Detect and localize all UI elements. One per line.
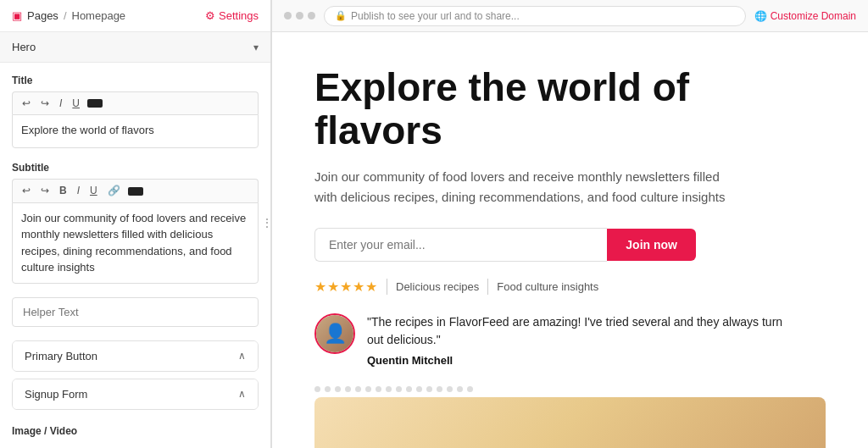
breadcrumb: ▣ Pages / Homepage xyxy=(12,9,125,22)
chevron-down-icon: ▾ xyxy=(253,41,259,53)
settings-icon: ⚙ xyxy=(205,9,215,22)
panel-content: Title ↩ ↪ I U Explore the world of flavo… xyxy=(0,63,270,448)
testimonial-quote: "The recipes in FlavorFeed are amazing! … xyxy=(367,315,782,346)
avatar: 👤 xyxy=(314,313,355,354)
globe-icon: 🌐 xyxy=(754,10,767,22)
subtitle-redo-button[interactable]: ↪ xyxy=(38,184,52,197)
subtitle-underline-button[interactable]: U xyxy=(87,184,100,197)
dot-2 xyxy=(325,386,331,392)
browser-dot-1 xyxy=(284,12,292,19)
signup-form-label: Signup Form xyxy=(25,388,87,401)
subtitle-label: Subtitle xyxy=(12,162,259,174)
browser-bar: 🔒 Publish to see your url and to share..… xyxy=(272,0,868,32)
dot-5 xyxy=(355,386,361,392)
title-field-group: Title ↩ ↪ I U Explore the world of flavo… xyxy=(12,75,259,148)
browser-dot-3 xyxy=(308,12,315,19)
signup-form-section: Signup Form ∧ xyxy=(12,379,259,410)
browser-dot-2 xyxy=(296,12,303,19)
preview-title: Explore the world of flavors xyxy=(314,66,738,152)
breadcrumb-separator: / xyxy=(64,9,67,22)
dot-16 xyxy=(467,386,473,392)
customize-domain-button[interactable]: 🌐 Customize Domain xyxy=(754,10,856,22)
join-now-button[interactable]: Join now xyxy=(607,229,696,261)
helper-text-field xyxy=(12,297,259,327)
settings-label: Settings xyxy=(219,9,259,22)
dot-13 xyxy=(437,386,442,392)
more-options-icon[interactable]: ⋮ xyxy=(261,216,270,230)
signup-form-chevron: ∧ xyxy=(238,388,246,400)
dot-14 xyxy=(447,386,453,392)
hero-selector[interactable]: Hero ▾ xyxy=(0,32,270,63)
top-bar: ▣ Pages / Homepage ⚙ Settings xyxy=(0,0,270,32)
preview-subtitle: Join our community of food lovers and re… xyxy=(314,167,738,207)
bottom-image-strip xyxy=(314,397,826,448)
title-toolbar: ↩ ↪ I U xyxy=(12,91,259,114)
dot-11 xyxy=(416,386,422,392)
lock-icon: 🔒 xyxy=(335,10,347,21)
right-panel: 🔒 Publish to see your url and to share..… xyxy=(271,0,868,448)
signup-form-header[interactable]: Signup Form ∧ xyxy=(13,379,258,409)
stars-icon: ★★★★★ xyxy=(314,279,378,295)
pages-icon: ▣ xyxy=(12,9,22,22)
underline-button[interactable]: U xyxy=(70,97,82,110)
dot-8 xyxy=(386,386,392,392)
dot-6 xyxy=(365,386,371,392)
subtitle-italic-button[interactable]: I xyxy=(75,184,82,197)
testimonial-author: Quentin Mitchell xyxy=(367,352,789,369)
title-editor[interactable]: Explore the world of flavors xyxy=(12,114,259,148)
signup-row: Join now xyxy=(314,228,696,262)
primary-button-header[interactable]: Primary Button ∧ xyxy=(13,341,258,371)
dot-1 xyxy=(314,386,320,392)
image-video-label: Image / Video xyxy=(12,417,259,437)
primary-button-label: Primary Button xyxy=(25,350,97,362)
stars-row: ★★★★★ Delicious recipes Food culture ins… xyxy=(314,279,826,295)
dot-12 xyxy=(426,386,432,392)
customize-domain-label: Customize Domain xyxy=(771,10,856,22)
avatar-image: 👤 xyxy=(316,315,353,352)
dot-7 xyxy=(376,386,381,392)
dot-9 xyxy=(396,386,402,392)
preview-content: Explore the world of flavors Join our co… xyxy=(272,32,868,397)
dot-4 xyxy=(345,386,351,392)
dot-10 xyxy=(406,386,412,392)
undo-button[interactable]: ↩ xyxy=(19,97,33,110)
color-swatch[interactable] xyxy=(87,99,103,108)
tag-food-culture: Food culture insights xyxy=(487,279,598,295)
title-label: Title xyxy=(12,75,259,86)
testimonial-text: "The recipes in FlavorFeed are amazing! … xyxy=(367,313,789,369)
browser-dots xyxy=(284,12,315,19)
dot-15 xyxy=(457,386,463,392)
subtitle-bold-button[interactable]: B xyxy=(57,184,70,197)
url-bar[interactable]: 🔒 Publish to see your url and to share..… xyxy=(324,6,746,26)
hero-selector-label: Hero xyxy=(12,41,36,53)
testimonial-row: 👤 "The recipes in FlavorFeed are amazing… xyxy=(314,313,789,369)
dots-row xyxy=(314,386,826,392)
subtitle-editor[interactable]: Join our community of food lovers and re… xyxy=(12,202,259,284)
dot-3 xyxy=(335,386,341,392)
subtitle-field-group: Subtitle ↩ ↪ B I U 🔗 Join our community … xyxy=(12,162,259,283)
email-input[interactable] xyxy=(314,228,607,262)
subtitle-undo-button[interactable]: ↩ xyxy=(19,184,33,197)
primary-button-section: Primary Button ∧ xyxy=(12,340,259,372)
subtitle-color-swatch[interactable] xyxy=(128,187,143,196)
redo-button[interactable]: ↪ xyxy=(38,97,52,110)
breadcrumb-pages[interactable]: Pages xyxy=(27,9,58,22)
left-panel: ▣ Pages / Homepage ⚙ Settings Hero ▾ Tit… xyxy=(0,0,271,448)
url-placeholder: Publish to see your url and to share... xyxy=(351,10,520,22)
settings-button[interactable]: ⚙ Settings xyxy=(205,9,259,22)
primary-button-chevron: ∧ xyxy=(238,350,246,362)
subtitle-link-button[interactable]: 🔗 xyxy=(105,184,123,197)
subtitle-toolbar: ↩ ↪ B I U 🔗 xyxy=(12,179,259,202)
breadcrumb-homepage[interactable]: Homepage xyxy=(72,9,126,22)
helper-text-input[interactable] xyxy=(12,297,259,327)
italic-button[interactable]: I xyxy=(57,97,64,110)
tag-delicious-recipes: Delicious recipes xyxy=(387,279,479,295)
